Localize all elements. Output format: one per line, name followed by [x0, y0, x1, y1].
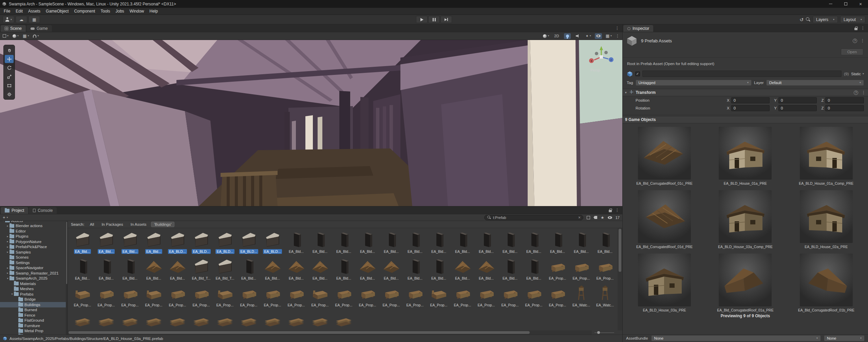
asset-item[interactable]: EA_BLD...: [261, 230, 284, 254]
asset-item[interactable]: EA_Prop...: [213, 284, 237, 307]
asset-item[interactable]: EA_Bld...: [546, 230, 569, 254]
asset-item[interactable]: EA_Prop...: [332, 284, 356, 307]
asset-item[interactable]: EA_BLD...: [213, 230, 237, 254]
folder-prefabpick-place[interactable]: ▸PrefabPick&Place: [0, 244, 68, 250]
asset-item[interactable]: EA_Bld...: [356, 257, 379, 281]
position-y-field[interactable]: 0: [778, 97, 817, 103]
assetbundle-dropdown[interactable]: None▾: [651, 335, 821, 341]
menu-assets[interactable]: Assets: [25, 8, 43, 15]
scene-toolbar-menu-icon[interactable]: ⋮: [616, 34, 620, 38]
asset-item[interactable]: EA_Bld...: [284, 257, 308, 281]
asset-item[interactable]: EA_Bld...: [356, 230, 379, 254]
position-z-field[interactable]: 0: [825, 97, 864, 103]
play-button[interactable]: [416, 16, 428, 23]
tool-settings-dropdown[interactable]: ▾: [3, 34, 8, 38]
folder-editor[interactable]: Editor: [0, 228, 68, 234]
asset-item[interactable]: EA_Prop...: [308, 284, 332, 307]
snap-settings-dropdown[interactable]: ▾: [33, 35, 39, 38]
asset-item[interactable]: EA_Prop...: [474, 284, 498, 307]
static-dropdown[interactable]: Static▾: [851, 72, 864, 76]
folder-arrow-icon[interactable]: ▸: [6, 224, 10, 227]
asset-item[interactable]: EA_Watc...: [569, 284, 593, 307]
asset-item[interactable]: [308, 310, 332, 329]
asset-item[interactable]: EA_Bld...: [427, 230, 451, 254]
asset-item[interactable]: EA_Bld...: [569, 230, 593, 254]
scale-tool-button[interactable]: [5, 73, 14, 81]
asset-item[interactable]: EA_Bld...: [379, 257, 403, 281]
asset-item[interactable]: EA_Bld...: [498, 230, 522, 254]
active-checkbox[interactable]: ✓: [635, 72, 640, 76]
close-button[interactable]: ×: [853, 0, 868, 8]
menu-edit[interactable]: Edit: [13, 8, 25, 15]
asset-item[interactable]: EA_Prop...: [189, 284, 213, 307]
asset-item[interactable]: EA_BLD...: [166, 230, 189, 254]
asset-item[interactable]: [237, 310, 261, 329]
open-prefab-button[interactable]: Open: [841, 48, 863, 55]
tree-scrollbar[interactable]: [66, 221, 68, 335]
menu-jobs[interactable]: Jobs: [113, 8, 127, 15]
asset-item[interactable]: EA_Bld...: [403, 230, 427, 254]
asset-item[interactable]: EA_Bld...: [403, 257, 427, 281]
scope-in-assets[interactable]: In Assets: [128, 222, 149, 227]
gizmos-dropdown[interactable]: ▦▾: [606, 34, 612, 38]
orientation-gizmo[interactable]: x z Persp: [585, 43, 619, 72]
folder-swamp-remaster-2021[interactable]: ▸Swamp_Remaster_2021: [0, 270, 68, 276]
scene-panel-menu-icon[interactable]: ⋮: [615, 26, 619, 30]
asset-item[interactable]: EA_Watc...: [593, 284, 617, 307]
transform-tool-button[interactable]: [5, 90, 14, 98]
asset-item[interactable]: EA_Bld_T...: [213, 257, 237, 281]
maximize-button[interactable]: [838, 0, 853, 8]
folder-settings[interactable]: Settings: [0, 260, 68, 265]
folder-furniture[interactable]: Furniture: [0, 323, 68, 328]
asset-item[interactable]: EA_Bld...: [451, 257, 474, 281]
asset-item[interactable]: EA_Bld...: [379, 230, 403, 254]
scope-buildings[interactable]: 'Buildings': [151, 222, 174, 227]
asset-item[interactable]: EA_Bld...: [94, 257, 118, 281]
folder-scenes[interactable]: Scenes: [0, 255, 68, 260]
scene-visibility-toggle[interactable]: [595, 33, 602, 39]
asset-item[interactable]: EA_Bld...: [451, 230, 474, 254]
grid-vscrollbar[interactable]: [618, 228, 622, 330]
tab-project[interactable]: Project: [1, 207, 28, 214]
move-tool-button[interactable]: [5, 55, 14, 63]
asset-item[interactable]: EA_Prop...: [522, 284, 546, 307]
asset-item[interactable]: EA_Bld...: [474, 230, 498, 254]
name-field[interactable]: [642, 71, 842, 77]
saved-search-icon[interactable]: ★: [601, 216, 604, 220]
asset-item[interactable]: EA_Prop...: [546, 284, 569, 307]
folder-fence[interactable]: Fence: [0, 313, 68, 318]
asset-item[interactable]: EA_Bld...: [284, 230, 308, 254]
asset-item[interactable]: [189, 310, 213, 329]
search-by-label-icon[interactable]: [593, 216, 597, 219]
rotation-y-field[interactable]: 0: [778, 105, 817, 111]
folder-spacenavigator[interactable]: ▸SpaceNavigator: [0, 265, 68, 271]
asset-item[interactable]: EA_Prop...: [498, 284, 522, 307]
menu-gameobject[interactable]: GameObject: [43, 8, 71, 15]
folder-arrow-icon[interactable]: ▸: [6, 266, 10, 269]
pause-button[interactable]: [428, 16, 440, 23]
rotation-x-field[interactable]: 0: [731, 105, 770, 111]
asset-item[interactable]: EA_Bld...: [332, 230, 356, 254]
folder-arrow-icon[interactable]: ▸: [6, 271, 10, 275]
audio-toggle[interactable]: [574, 33, 582, 39]
rect-tool-button[interactable]: [5, 81, 14, 89]
asset-item[interactable]: EA_BLD...: [189, 230, 213, 254]
asset-item[interactable]: EA_Prop...: [569, 257, 593, 281]
search-everywhere-button[interactable]: [806, 17, 810, 22]
scope-all[interactable]: All: [87, 222, 97, 227]
draw-mode-dropdown[interactable]: ▾: [543, 34, 549, 38]
asset-item[interactable]: EA_Prop...: [427, 284, 451, 307]
asset-item[interactable]: EA_Bld...: [332, 257, 356, 281]
asset-item[interactable]: EA_Prop...: [142, 284, 166, 307]
plastic-scm-button[interactable]: ▦: [29, 16, 40, 23]
asset-item[interactable]: [71, 310, 94, 329]
asset-item[interactable]: EA_Prop...: [593, 257, 617, 281]
asset-item[interactable]: EA_Bld...: [71, 257, 94, 281]
search-by-type-icon[interactable]: [587, 216, 590, 219]
folder-arrow-icon[interactable]: ▾: [1, 221, 5, 222]
account-button[interactable]: ▾: [3, 16, 14, 23]
transform-component-header[interactable]: ▾ Transform ? ⋮: [623, 89, 868, 96]
asset-item[interactable]: EA_Bld...: [498, 257, 522, 281]
tag-dropdown[interactable]: Untagged▾: [636, 80, 752, 86]
pivot-dropdown[interactable]: ▾: [13, 34, 19, 38]
